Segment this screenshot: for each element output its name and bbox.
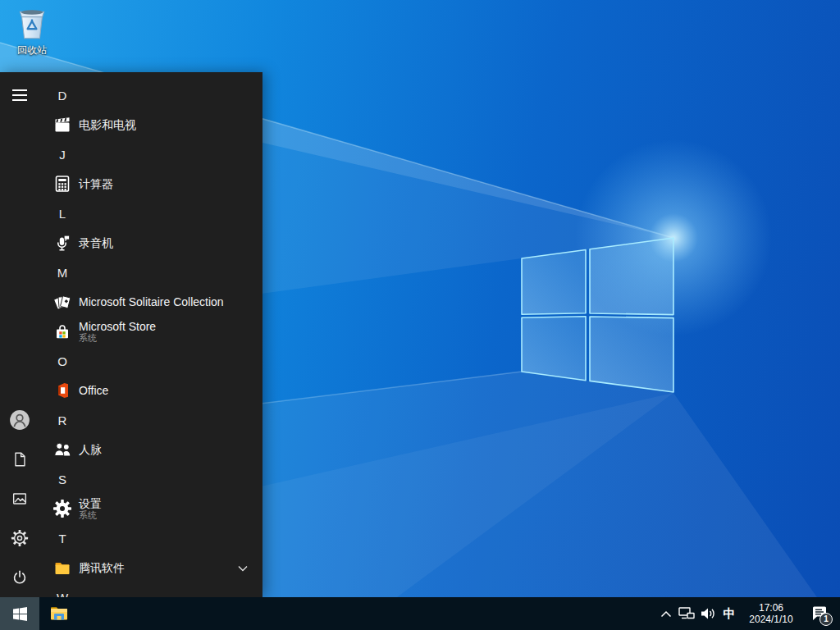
app-sub-label: 系统 [79, 510, 102, 521]
hamburger-icon [12, 89, 27, 102]
people-icon [52, 440, 72, 459]
rail-settings-button[interactable] [0, 518, 39, 558]
pictures-button[interactable] [0, 479, 39, 518]
section-header-D[interactable]: D [39, 80, 262, 110]
section-header-S[interactable]: S [39, 464, 262, 494]
clock-time: 17:06 [759, 602, 783, 614]
section-header-M[interactable]: M [39, 258, 262, 287]
settings-gear-outline-icon [11, 529, 29, 547]
network-button[interactable] [676, 597, 697, 630]
section-header-O[interactable]: O [39, 346, 262, 376]
clock-date: 2024/1/10 [749, 614, 792, 625]
system-tray: 中 17:06 2024/1/10 1 [656, 597, 840, 630]
section-header-W[interactable]: W [39, 582, 262, 597]
section-header-R[interactable]: R [39, 405, 262, 435]
app-folder-tencent[interactable]: 腾讯软件 [39, 553, 262, 582]
app-item-microsoft-store[interactable]: Microsoft Store 系统 [39, 317, 262, 346]
volume-icon [701, 607, 716, 620]
tray-expand-button[interactable] [656, 597, 676, 630]
app-item-settings[interactable]: 设置 系统 [39, 494, 262, 523]
app-item-calculator[interactable]: 计算器 [39, 169, 262, 199]
chevron-up-icon [660, 610, 672, 618]
volume-button[interactable] [697, 597, 719, 630]
microsoft-store-icon [52, 322, 72, 341]
folder-icon [52, 558, 72, 578]
voice-recorder-icon [52, 233, 72, 253]
solitaire-cards-icon [52, 292, 72, 312]
recycle-bin-desktop-icon[interactable]: 回收站 [5, 5, 59, 57]
notification-badge: 1 [819, 613, 833, 626]
app-item-voice-recorder[interactable]: 录音机 [39, 228, 262, 258]
app-item-solitaire[interactable]: Microsoft Solitaire Collection [39, 287, 262, 317]
office-icon [52, 381, 72, 400]
documents-button[interactable] [0, 440, 39, 479]
section-header-J[interactable]: J [39, 139, 262, 169]
power-icon [11, 568, 29, 587]
recycle-bin-label: 回收站 [17, 43, 47, 57]
pictures-icon [11, 490, 29, 508]
taskbar-clock[interactable]: 17:06 2024/1/10 [740, 597, 802, 630]
start-menu: D 电影和电视 J [0, 72, 262, 597]
app-sub-label: 系统 [79, 333, 156, 344]
calculator-icon [52, 174, 72, 194]
file-explorer-icon [48, 603, 70, 624]
section-header-T[interactable]: T [39, 523, 262, 553]
recycle-bin-icon [14, 5, 50, 43]
taskbar: 中 17:06 2024/1/10 1 [0, 597, 840, 630]
app-item-office[interactable]: Office [39, 376, 262, 405]
action-center-button[interactable]: 1 [802, 597, 837, 630]
power-button[interactable] [0, 558, 39, 597]
network-ethernet-icon [678, 607, 695, 620]
movies-tv-icon [52, 115, 72, 135]
user-avatar-icon [9, 409, 30, 431]
chevron-down-icon[interactable] [238, 560, 248, 575]
start-menu-rail [0, 72, 39, 597]
app-item-movies-tv[interactable]: 电影和电视 [39, 110, 262, 139]
hamburger-menu-button[interactable] [0, 75, 39, 115]
desktop: 回收站 [0, 0, 840, 630]
start-button[interactable] [0, 597, 39, 630]
start-menu-app-list: D 电影和电视 J [39, 72, 262, 597]
ime-indicator[interactable]: 中 [719, 597, 740, 630]
user-account-button[interactable] [0, 400, 39, 440]
file-explorer-button[interactable] [39, 597, 79, 630]
settings-gear-icon [52, 499, 72, 518]
document-icon [11, 450, 29, 468]
section-header-L[interactable]: L [39, 199, 262, 228]
app-item-people[interactable]: 人脉 [39, 435, 262, 464]
windows-logo-icon [13, 607, 27, 621]
